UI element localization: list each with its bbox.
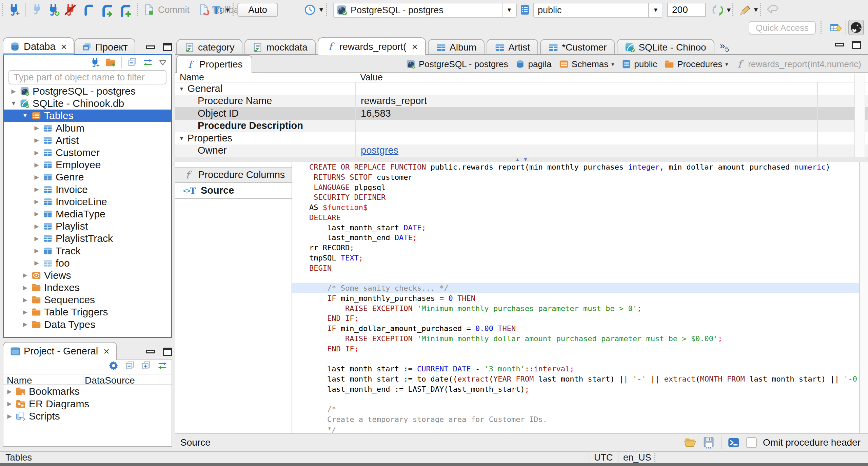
chevron-right-icon[interactable]: ▶: [31, 137, 42, 144]
project-item-er-diagrams[interactable]: ▶ER Diagrams: [3, 398, 172, 410]
collapse-up-icon[interactable]: ▲: [515, 157, 520, 162]
subtab-procedure-columns[interactable]: fProcedure Columns: [175, 167, 292, 183]
chevron-right-icon[interactable]: ▶: [3, 400, 16, 407]
property-row-procedure-name[interactable]: Procedure Namerewards_report: [175, 95, 868, 108]
fetch-size-input[interactable]: [667, 3, 706, 17]
editor-scrollbar[interactable]: [859, 162, 868, 433]
connect-button[interactable]: [31, 3, 43, 16]
property-row-properties[interactable]: ▼Properties: [175, 132, 868, 144]
column-divider[interactable]: [130, 374, 130, 384]
view-menu-icon[interactable]: [158, 58, 167, 67]
chevron-down-icon[interactable]: ▼: [179, 86, 184, 92]
editor-tab-category[interactable]: category: [176, 39, 242, 55]
property-value[interactable]: postgres: [361, 145, 398, 156]
save-to-file-button[interactable]: [703, 436, 715, 449]
combo-dropdown-icon[interactable]: ▼: [502, 3, 516, 17]
splitter-sash[interactable]: ▲ ▼: [175, 157, 868, 162]
maximize-icon[interactable]: [163, 43, 172, 51]
expand-all-button[interactable]: [141, 361, 151, 371]
toolbar-drag-handle[interactable]: [137, 3, 138, 16]
commit-button[interactable]: Commit: [143, 0, 190, 20]
tab-properties[interactable]: f Properties: [176, 55, 252, 73]
tree-item-invoiceline[interactable]: ▶InvoiceLine: [4, 196, 171, 208]
chevron-right-icon[interactable]: ▶: [31, 247, 42, 254]
tree-item-invoice[interactable]: ▶Invoice: [4, 183, 171, 196]
omit-procedure-header-checkbox[interactable]: [746, 437, 757, 448]
editor-tab-artist[interactable]: Artist: [487, 39, 538, 55]
new-connection-button[interactable]: +: [7, 3, 20, 16]
tab-overflow-indicator[interactable]: »5: [720, 40, 729, 51]
tree-item-mediatype[interactable]: ▶MediaType: [4, 208, 171, 220]
maximize-icon[interactable]: [163, 348, 172, 356]
open-perspective-button[interactable]: [830, 22, 842, 33]
refresh-button[interactable]: ▼: [711, 4, 732, 17]
chevron-right-icon[interactable]: ▶: [31, 186, 42, 193]
close-icon[interactable]: ×: [103, 346, 110, 356]
project-item-bookmarks[interactable]: ▶★Bookmarks: [3, 385, 172, 398]
object-filter-input[interactable]: [8, 70, 166, 84]
quick-access-input[interactable]: [749, 21, 816, 35]
chevron-right-icon[interactable]: ▶: [31, 210, 42, 217]
column-divider[interactable]: [83, 374, 83, 384]
editor-tab-customer[interactable]: *Customer: [540, 39, 615, 55]
chevron-down-icon[interactable]: ▾: [611, 61, 614, 67]
collapse-all-button[interactable]: [125, 361, 135, 371]
chevron-right-icon[interactable]: ▶: [31, 235, 42, 242]
tree-item-track[interactable]: ▶Track: [4, 245, 171, 257]
tree-item-sqlite-chinook-db[interactable]: ▼SQLite - Chinook.db: [4, 97, 171, 110]
breadcrumb-item-pagila[interactable]: pagila: [515, 59, 551, 70]
maximize-icon[interactable]: [852, 41, 861, 49]
tab-projects[interactable]: Проект: [74, 38, 135, 55]
minimize-icon[interactable]: [835, 43, 844, 46]
tree-item-indexes[interactable]: ▶Indexes: [4, 281, 171, 294]
tab-database-navigator[interactable]: Databa ×: [3, 37, 74, 55]
link-with-editor-button[interactable]: [157, 361, 167, 371]
chevron-down-icon[interactable]: ▼: [179, 135, 184, 141]
dbeaver-perspective-button[interactable]: [848, 20, 864, 35]
toolbar-drag-handle[interactable]: [326, 3, 328, 16]
minimize-icon[interactable]: [146, 45, 155, 49]
chevron-right-icon[interactable]: ▶: [31, 198, 42, 205]
tree-item-table-triggers[interactable]: ▶Table Triggers: [4, 306, 171, 318]
open-sql-script-button[interactable]: [100, 3, 114, 16]
chevron-down-icon[interactable]: ▼: [8, 100, 19, 107]
tree-item-foo[interactable]: ▶foo: [4, 257, 171, 269]
collapse-all-button[interactable]: [127, 57, 137, 67]
settings-gear-button[interactable]: [108, 361, 119, 371]
toolbar-drag-handle[interactable]: [821, 21, 822, 34]
tree-item-data-types[interactable]: ▶Data Types: [4, 318, 171, 331]
new-connection-button[interactable]: +: [90, 57, 100, 67]
property-row-owner[interactable]: Ownerpostgres: [175, 144, 868, 157]
disconnect-button[interactable]: [64, 3, 77, 16]
grid-scrollbar[interactable]: [854, 74, 865, 157]
editor-tab-mockdata[interactable]: mockdata: [244, 39, 315, 55]
active-schema-combo[interactable]: public ▼: [533, 3, 663, 18]
sql-source-editor[interactable]: CREATE OR REPLACE FUNCTION public.reward…: [292, 162, 859, 433]
project-item-scripts[interactable]: ▶Scripts: [3, 410, 172, 423]
chevron-right-icon[interactable]: ▶: [31, 124, 42, 132]
editor-tab-sqlite-chinoo[interactable]: SQLite - Chinoo: [617, 39, 714, 55]
subtab-source[interactable]: <>TSource: [175, 183, 292, 199]
new-sql-editor-button[interactable]: [118, 3, 132, 16]
toolbar-drag-handle[interactable]: [760, 3, 762, 16]
toolbar-drag-handle[interactable]: [732, 3, 734, 16]
open-in-sql-console-button[interactable]: [728, 436, 740, 449]
chevron-right-icon[interactable]: ▶: [8, 88, 19, 95]
value-highlight-button[interactable]: ▼: [739, 4, 759, 16]
toolbar-drag-handle[interactable]: [2, 3, 3, 16]
minimize-icon[interactable]: [146, 350, 155, 353]
chevron-right-icon[interactable]: ▶: [31, 161, 42, 169]
property-row-object-id[interactable]: Object ID16,583: [175, 107, 868, 120]
breadcrumb-item-procedures[interactable]: Procedures▾: [665, 59, 728, 70]
new-folder-button[interactable]: +: [105, 57, 116, 67]
commit-mode-button[interactable]: Auto: [237, 3, 278, 17]
property-row-general[interactable]: ▼General: [175, 82, 868, 95]
breadcrumb-item-schemas[interactable]: Schemas▾: [559, 59, 614, 70]
collapse-down-icon[interactable]: ▼: [523, 157, 528, 162]
chevron-down-icon[interactable]: ▾: [725, 61, 728, 67]
transaction-mode-button[interactable]: T ▼: [212, 4, 231, 16]
combo-dropdown-icon[interactable]: ▼: [648, 3, 663, 17]
tree-item-employee[interactable]: ▶Employee: [4, 159, 171, 171]
tree-item-views[interactable]: ▶Views: [4, 269, 171, 281]
chevron-right-icon[interactable]: ▶: [19, 309, 31, 316]
